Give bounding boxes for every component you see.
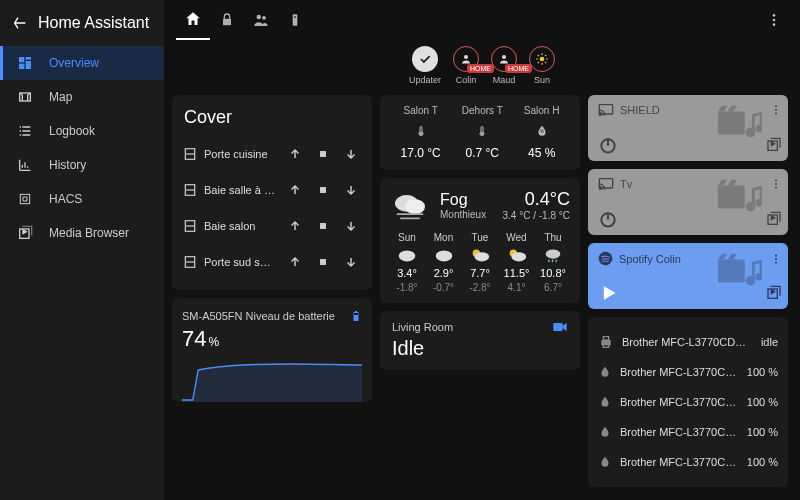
drop-icon: [598, 454, 612, 470]
tab-security[interactable]: [210, 0, 244, 40]
window-icon: [182, 182, 198, 198]
check-circle-icon: [412, 46, 438, 72]
cover-down-button[interactable]: [340, 183, 362, 197]
cover-rows: Porte cuisine Baie salle à …: [182, 136, 362, 280]
sensor-name: Salon T: [403, 105, 437, 116]
play-button[interactable]: [598, 283, 618, 303]
media-card-tv[interactable]: Tv: [588, 169, 788, 235]
cover-down-button[interactable]: [340, 255, 362, 269]
chip-sun[interactable]: Sun: [529, 46, 555, 85]
svg-rect-43: [553, 323, 562, 331]
cover-up-button[interactable]: [284, 183, 306, 197]
svg-point-37: [435, 250, 452, 261]
sidebar-item-hacs[interactable]: HACS: [0, 182, 164, 216]
cover-up-button[interactable]: [284, 219, 306, 233]
tab-remote[interactable]: [278, 0, 312, 40]
cover-stop-button[interactable]: [312, 184, 334, 196]
chip-label: Updater: [409, 75, 441, 85]
battery-sparkline: [182, 352, 362, 402]
svg-point-14: [773, 23, 776, 26]
sensor-dehors-t[interactable]: Dehors T 0.7 °C: [462, 105, 503, 160]
svg-point-57: [775, 183, 777, 185]
hacs-icon: [15, 189, 35, 209]
battery-title: SM-A505FN Niveau de batterie: [182, 310, 335, 322]
media-card-spotify[interactable]: Spotify Colin: [588, 243, 788, 309]
cover-stop-button[interactable]: [312, 148, 334, 160]
menu-icon[interactable]: [12, 15, 28, 31]
sensor-name: Salon H: [524, 105, 560, 116]
media-name: Spotify Colin: [619, 253, 681, 265]
sidebar-item-overview[interactable]: Overview: [0, 46, 164, 80]
entity-label: Brother MFC-L3770CDW seri…: [620, 366, 739, 378]
media-menu-button[interactable]: [770, 252, 782, 266]
svg-rect-3: [19, 64, 24, 69]
tab-people[interactable]: [244, 0, 278, 40]
partly-cloudy-icon: [469, 246, 491, 264]
entity-label: Brother MFC-L3770CDW seri…: [620, 456, 739, 468]
window-icon: [182, 218, 198, 234]
sidebar-item-logbook[interactable]: Logbook: [0, 114, 164, 148]
cover-stop-button[interactable]: [312, 220, 334, 232]
sidebar-item-map[interactable]: Map: [0, 80, 164, 114]
battery-card[interactable]: SM-A505FN Niveau de batterie 74%: [172, 298, 372, 402]
room-card[interactable]: Living Room Idle: [380, 311, 580, 370]
sidebar-item-history[interactable]: History: [0, 148, 164, 182]
media-menu-button[interactable]: [770, 103, 782, 117]
sensor-salon-h[interactable]: Salon H % 45 %: [524, 105, 560, 160]
sidebar-item-label: Map: [49, 90, 72, 104]
svg-rect-74: [603, 344, 608, 347]
entity-row[interactable]: Brother MFC-L3770CDW series idle: [598, 327, 778, 357]
sidebar-item-label: Overview: [49, 56, 99, 70]
clapper-music-icon: [716, 251, 762, 291]
svg-point-42: [546, 250, 561, 259]
sensor-name: Dehors T: [462, 105, 503, 116]
entity-value: 100 %: [747, 366, 778, 378]
cover-label: Baie salle à …: [204, 184, 278, 196]
power-button[interactable]: [598, 209, 618, 229]
tab-home[interactable]: [176, 0, 210, 40]
entity-row[interactable]: Brother MFC-L3770CDW seri… 100 %: [598, 357, 778, 387]
cover-down-button[interactable]: [340, 147, 362, 161]
entities-card: Brother MFC-L3770CDW series idle Brother…: [588, 317, 788, 487]
forecast-day: Thu10.8°6.7°: [536, 232, 570, 293]
window-icon: [182, 254, 198, 270]
chip-updater[interactable]: Updater: [409, 46, 441, 85]
cover-stop-button[interactable]: [312, 256, 334, 268]
sidebar-item-media-browser[interactable]: Media Browser: [0, 216, 164, 250]
power-button[interactable]: [598, 135, 618, 155]
battery-icon: [350, 308, 362, 324]
chip-person-maud[interactable]: HOME Maud: [491, 46, 517, 85]
chip-label: Sun: [534, 75, 550, 85]
forecast-day: Wed11.5°4.1°: [500, 232, 534, 293]
home-badge: HOME: [505, 64, 532, 73]
drop-icon: [598, 394, 612, 410]
entity-row[interactable]: Brother MFC-L3770CDW seri… 100 %: [598, 417, 778, 447]
entity-row[interactable]: Brother MFC-L3770CDW seri… 100 %: [598, 447, 778, 477]
clapper-music-icon: [716, 177, 762, 217]
cover-up-button[interactable]: [284, 147, 306, 161]
sensor-salon-t[interactable]: Salon T 17.0 °C: [401, 105, 441, 160]
svg-point-70: [755, 273, 762, 281]
svg-point-15: [464, 55, 468, 59]
media-browse-button[interactable]: [766, 285, 782, 301]
media-library-icon: [15, 223, 35, 243]
media-browse-button[interactable]: [766, 137, 782, 153]
battery-value: 74%: [182, 326, 362, 352]
weather-card[interactable]: Fog Monthieux 0.4°C 3.4 °C / -1.8 °C Sun…: [380, 178, 580, 303]
chip-label: Maud: [493, 75, 516, 85]
media-menu-button[interactable]: [770, 177, 782, 191]
entity-row[interactable]: Brother MFC-L3770CDW seri… 100 %: [598, 387, 778, 417]
chip-person-colin[interactable]: HOME Colin: [453, 46, 479, 85]
svg-point-45: [599, 114, 600, 115]
media-card-shield[interactable]: SHIELD: [588, 95, 788, 161]
media-browse-button[interactable]: [766, 211, 782, 227]
cover-up-button[interactable]: [284, 255, 306, 269]
cloud-icon: [396, 246, 418, 264]
cover-down-button[interactable]: [340, 219, 362, 233]
svg-rect-25: [320, 259, 326, 265]
overflow-menu-button[interactable]: [760, 6, 788, 34]
svg-rect-49: [718, 112, 745, 135]
svg-point-39: [475, 252, 490, 261]
sensor-value: 17.0 °C: [401, 146, 441, 160]
weather-icon: [390, 188, 430, 222]
